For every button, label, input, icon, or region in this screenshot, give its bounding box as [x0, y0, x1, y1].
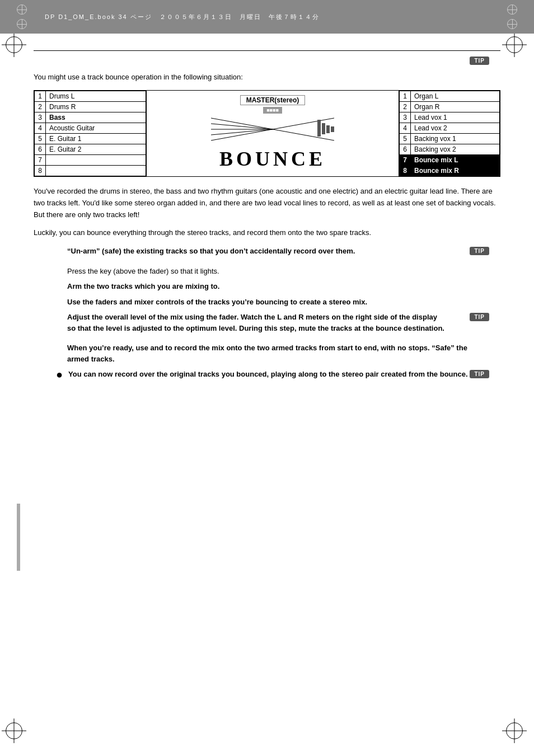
instruction-bold: Use the faders and mixer controls of the…: [67, 297, 478, 308]
funnel-svg: [211, 115, 334, 143]
instruction-bold: Arm the two tracks which you are mixing …: [67, 281, 478, 292]
body-paragraphs: You've recorded the drums in stereo, the…: [34, 186, 500, 239]
left-track-table: 1Drums L2Drums R3Bass4Acoustic Guitar5E.…: [34, 91, 146, 176]
instruction-text: “Un-arm” (safe) the existing tracks so t…: [67, 246, 447, 257]
tip-badge: TIP: [470, 370, 489, 378]
header-corner-tr: [507, 4, 517, 15]
bullet-dot: ●: [56, 369, 63, 380]
header-corner-bl: [17, 19, 27, 29]
right-track-table: 1Organ L2Organ R3Lead vox 14Lead vox 25B…: [399, 91, 500, 176]
instructions-section: “Un-arm” (safe) the existing tracks so t…: [34, 246, 500, 380]
body-paragraph: Luckily, you can bounce everything throu…: [34, 227, 500, 239]
bounce-text: BOUNCE: [219, 147, 326, 171]
instruction-text: You can now record over the original tra…: [68, 369, 467, 380]
left-strip: [17, 504, 20, 571]
bounce-diagram: 1Drums L2Drums R3Bass4Acoustic Guitar5E.…: [34, 90, 500, 177]
header-text: DP D1_OM_E.book 34 ページ ２００５年６月１３日 月曜日 午後…: [0, 13, 320, 21]
intro-text: You might use a track bounce operation i…: [34, 73, 500, 81]
instruction-text: Adjust the overall level of the mix usin…: [67, 312, 447, 334]
instruction-normal: Press the key (above the fader) so that …: [67, 266, 478, 277]
bullet-instruction: ●You can now record over the original tr…: [56, 369, 470, 380]
master-label: MASTER(stereo): [240, 95, 306, 105]
svg-rect-8: [322, 123, 325, 134]
master-small-bar: ■■■■: [263, 107, 282, 114]
svg-line-1: [211, 124, 273, 129]
svg-line-3: [211, 129, 273, 135]
svg-rect-10: [331, 126, 334, 132]
middle-section: MASTER(stereo) ■■■■ BOUN: [146, 91, 399, 176]
instruction-tip-row: Adjust the overall level of the mix usin…: [34, 312, 500, 338]
svg-rect-7: [317, 120, 321, 137]
tip-badge: TIP: [470, 247, 489, 255]
header-bar: DP D1_OM_E.book 34 ページ ２００５年６月１３日 月曜日 午後…: [0, 0, 534, 34]
instruction-tip-row: ●You can now record over the original tr…: [34, 369, 500, 380]
tip-badge-top: TIP: [470, 57, 489, 65]
instruction-tip-row: “Un-arm” (safe) the existing tracks so t…: [34, 246, 500, 261]
header-corner-br: [507, 19, 517, 29]
top-rule: [34, 50, 500, 51]
svg-line-0: [211, 118, 273, 129]
tip-badge: TIP: [470, 313, 489, 321]
instruction-bold: When you’re ready, use and to record the…: [67, 342, 478, 364]
svg-rect-9: [326, 125, 330, 133]
header-corner-tl: [17, 4, 27, 15]
svg-line-4: [211, 129, 273, 140]
body-paragraph: You've recorded the drums in stereo, the…: [34, 186, 500, 220]
tip-row-top: TIP: [34, 57, 500, 65]
